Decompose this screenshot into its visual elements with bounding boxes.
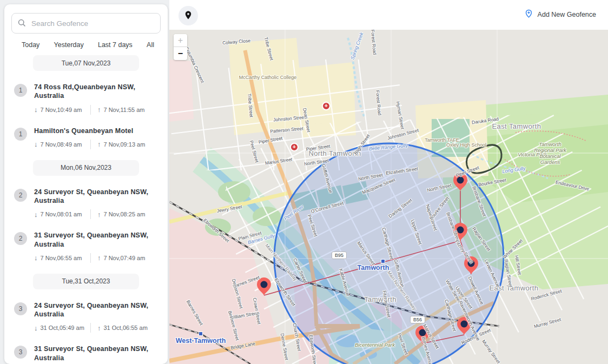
location-pin-icon	[183, 10, 193, 22]
map-canvas[interactable]: North TamworthEast TamworthEast Tamworth…	[169, 30, 608, 364]
geofence-entry[interactable]: 2 24 Surveyor St, Queanbeyan NSW, Austra…	[14, 188, 162, 220]
exit-arrow-icon: ↑	[97, 324, 101, 332]
add-geofence-button[interactable]: Add New Geofence	[524, 9, 596, 20]
date-header: Tue,07 Nov,2023	[33, 55, 139, 71]
locate-button[interactable]	[179, 6, 198, 25]
entry-title: 24 Surveyor St, Queanbeyan NSW, Australi…	[34, 188, 162, 206]
geofence-entry[interactable]: 2 31 Surveyor St, Queanbeyan NSW, Austra…	[14, 231, 162, 263]
entry-arrow-icon: ↓	[34, 324, 38, 332]
entry-title: 74 Ross Rd,Queanbeyan NSW, Australia	[34, 83, 162, 101]
geofence-entry[interactable]: 1 74 Ross Rd,Queanbeyan NSW, Australia ↓…	[14, 83, 162, 115]
visit-count-badge: 2	[14, 232, 27, 245]
search-icon	[17, 18, 27, 30]
entry-arrow-icon: ↓	[34, 210, 38, 219]
exit-time: 7 Nov,07:49 am	[104, 255, 146, 261]
date-header: Tue,31 Oct,2023	[33, 274, 139, 289]
search-input[interactable]	[11, 13, 161, 34]
tab-yesterday[interactable]: Yesterday	[54, 41, 84, 49]
entry-title: 24 Surveyor St, Queanbeyan NSW, Australi…	[34, 301, 162, 319]
zoom-in-button[interactable]: +	[174, 34, 187, 47]
geofence-sidebar: Today Yesterday Last 7 days All Tue,07 N…	[4, 4, 168, 364]
time-divider	[90, 253, 91, 263]
exit-time: 7 Nov,08:25 am	[104, 211, 146, 217]
geofence-circle[interactable]	[274, 143, 504, 364]
exit-arrow-icon: ↑	[97, 140, 101, 148]
visit-count-badge: 2	[14, 189, 27, 202]
time-divider	[90, 323, 91, 333]
geofence-entry[interactable]: 1 Hamilton's Queanbeyan Motel ↓7 Nov,08:…	[14, 127, 162, 149]
zoom-out-button[interactable]: −	[174, 47, 187, 60]
map-column: Add New Geofence	[169, 0, 608, 364]
add-geofence-label: Add New Geofence	[538, 11, 596, 18]
exit-arrow-icon: ↑	[97, 254, 101, 262]
exit-time: 7 Nov,09:13 am	[104, 141, 146, 148]
filter-tabs: Today Yesterday Last 7 days All	[4, 41, 168, 49]
entry-time: 7 Nov,08:01 am	[41, 211, 82, 217]
time-divider	[90, 209, 91, 219]
entry-title: 31 Surveyor St, Queanbeyan NSW, Australi…	[34, 345, 162, 362]
visit-count-badge: 3	[14, 302, 27, 315]
tab-all[interactable]: All	[147, 41, 154, 49]
exit-arrow-icon: ↑	[97, 210, 101, 219]
add-geofence-pin-icon	[524, 9, 533, 20]
entry-arrow-icon: ↓	[34, 140, 38, 148]
time-divider	[90, 140, 91, 149]
geofence-entry[interactable]: 3 24 Surveyor St, Queanbeyan NSW, Austra…	[14, 301, 162, 333]
visit-count-badge: 1	[14, 128, 27, 141]
exit-arrow-icon: ↑	[97, 105, 101, 114]
entry-arrow-icon: ↓	[34, 105, 38, 114]
exit-time: 7 Nov,11:55 am	[104, 107, 145, 113]
entry-arrow-icon: ↓	[34, 254, 38, 262]
map-header: Add New Geofence	[169, 0, 608, 30]
visit-count-badge: 1	[14, 84, 27, 97]
tab-today[interactable]: Today	[22, 41, 39, 49]
time-divider	[90, 105, 91, 115]
entry-time: 31 Oct,05:49 am	[41, 325, 84, 331]
exit-time: 31 Oct,06:55 am	[104, 325, 148, 331]
tab-last7days[interactable]: Last 7 days	[98, 41, 133, 49]
geofence-entry[interactable]: 3 31 Surveyor St, Queanbeyan NSW, Austra…	[14, 345, 162, 364]
visit-count-badge: 3	[14, 346, 27, 359]
entry-title: Hamilton's Queanbeyan Motel	[34, 127, 162, 135]
entry-title: 31 Surveyor St, Queanbeyan NSW, Australi…	[34, 231, 162, 249]
date-header: Mon,06 Nov,2023	[33, 160, 139, 176]
entry-time: 7 Nov,08:49 am	[41, 141, 82, 148]
zoom-controls: + −	[174, 34, 187, 60]
entry-time: 7 Nov,10:49 am	[41, 107, 82, 113]
entry-time: 7 Nov,06:55 am	[41, 255, 82, 261]
